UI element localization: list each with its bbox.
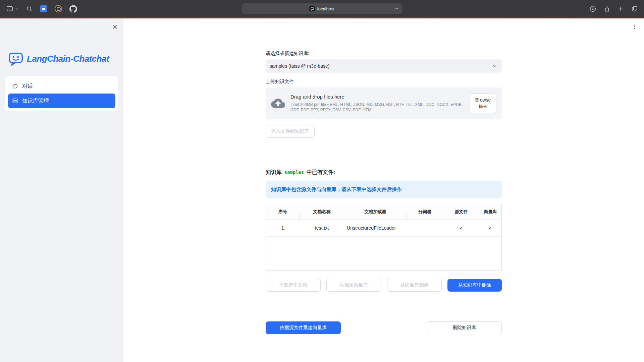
downloads-icon[interactable] — [589, 5, 596, 12]
content-column: 请选择或新建知识库: samples (faiss @ m3e-base) 上传… — [266, 18, 502, 334]
cell-source-check: ✓ — [443, 225, 479, 231]
nav-item-label: 对话 — [22, 83, 33, 90]
knowledge-base-stack-icon — [12, 98, 18, 104]
sidebar-toggle-button[interactable] — [6, 5, 19, 12]
page-options-ellipsis-icon[interactable] — [394, 6, 399, 11]
chat-bubble-icon — [12, 83, 18, 89]
column-header-index[interactable]: 序号 — [266, 209, 300, 215]
nav-item-kb-management[interactable]: 知识库管理 — [8, 94, 115, 108]
kb-global-actions: 依据源文件重建向量库 删除知识库 — [266, 321, 502, 334]
sidebar-nav: 对话 知识库管理 — [5, 76, 118, 111]
table-header-row: 序号 文档名称 文档加载器 分词器 源文件 向量库 — [266, 204, 501, 220]
cell-index: 1 — [266, 225, 300, 231]
column-header-source[interactable]: 源文件 — [443, 209, 479, 215]
tabs-overview-icon[interactable] — [631, 5, 638, 12]
extension-orange-icon[interactable] — [55, 5, 62, 12]
browse-files-button[interactable]: Browse files — [470, 94, 496, 113]
kb-heading-suffix: 中已有文件: — [305, 169, 335, 175]
nav-item-label: 知识库管理 — [22, 98, 49, 105]
kb-name-code: samples — [284, 170, 304, 175]
extension-blue-icon[interactable] — [40, 5, 47, 12]
delete-from-kb-button[interactable]: 从知识库中删除 — [447, 279, 502, 292]
cloud-upload-icon — [271, 96, 285, 110]
browser-toolbar: localhost — [0, 0, 644, 17]
table-actions: 下载选中文档 添加至向量库 从向量库删除 从知识库中删除 — [266, 279, 502, 292]
logo-text: LangChain-Chatchat — [27, 54, 109, 64]
sidebar-toggle-icon — [6, 5, 13, 12]
rebuild-vector-store-button[interactable]: 依据源文件重建向量库 — [266, 321, 341, 334]
app-page: LangChain-Chatchat 对话 知识库管理 请选择或新建知识库: — [0, 18, 644, 362]
upload-section-label: 上传知识文件 — [266, 79, 502, 85]
kb-selectbox[interactable]: samples (faiss @ m3e-base) — [266, 59, 502, 73]
share-icon[interactable] — [604, 5, 610, 12]
add-to-vector-store-button[interactable]: 添加至向量库 — [326, 279, 381, 292]
chevron-down-icon — [15, 7, 19, 11]
kb-heading-prefix: 知识库 — [266, 169, 283, 175]
logo-chat-bubble-icon — [8, 51, 23, 66]
download-selected-button[interactable]: 下载选中文档 — [266, 279, 321, 292]
info-alert: 知识库中包含源文件与向量库，请从下表中选择文件后操作 — [266, 181, 502, 198]
address-bar[interactable]: localhost — [242, 3, 402, 14]
remove-from-vector-button[interactable]: 从向量库删除 — [387, 279, 442, 292]
main-content: 请选择或新建知识库: samples (faiss @ m3e-base) 上传… — [123, 18, 644, 362]
files-table: 序号 文档名称 文档加载器 分词器 源文件 向量库 1 test.txt Uns… — [266, 204, 502, 271]
uploader-text: Drag and drop files here Limit 200MB per… — [290, 94, 464, 113]
cell-name: test.txt — [300, 225, 344, 231]
chevron-down-icon — [492, 63, 498, 69]
search-icon[interactable] — [26, 6, 33, 12]
sidebar: LangChain-Chatchat 对话 知识库管理 — [0, 18, 123, 362]
info-alert-text: 知识库中包含源文件与向量库，请从下表中选择文件后操作 — [271, 186, 402, 192]
divider — [266, 310, 502, 310]
add-files-to-kb-button[interactable]: 添加文件到知识库 — [266, 125, 315, 138]
github-icon[interactable] — [69, 5, 77, 13]
sidebar-close-icon[interactable] — [111, 23, 119, 31]
column-header-loader[interactable]: 文档加载器 — [344, 209, 407, 215]
url-text: localhost — [317, 6, 334, 11]
uploader-title: Drag and drop files here — [290, 94, 464, 100]
column-header-splitter[interactable]: 分词器 — [407, 209, 443, 215]
site-favicon — [310, 6, 315, 11]
column-header-vector[interactable]: 向量库 — [479, 209, 501, 215]
cell-vector-check: ✓ — [479, 225, 501, 231]
file-uploader-dropzone[interactable]: Drag and drop files here Limit 200MB per… — [266, 87, 502, 119]
nav-item-chat[interactable]: 对话 — [8, 79, 115, 94]
delete-kb-button[interactable]: 删除知识库 — [427, 321, 502, 334]
app-menu-icon[interactable] — [630, 22, 639, 31]
kb-select-label: 请选择或新建知识库: — [266, 51, 502, 57]
app-logo: LangChain-Chatchat — [8, 51, 123, 66]
new-tab-icon[interactable] — [618, 6, 624, 12]
kb-selectbox-value: samples (faiss @ m3e-base) — [270, 63, 329, 69]
divider — [266, 156, 502, 156]
cell-loader: UnstructuredFileLoader — [344, 225, 407, 231]
column-header-name[interactable]: 文档名称 — [300, 209, 344, 215]
table-row[interactable]: 1 test.txt UnstructuredFileLoader ✓ ✓ — [266, 220, 501, 237]
kb-files-heading: 知识库 samples 中已有文件: — [266, 169, 502, 176]
uploader-limit: Limit 200MB per file • EML, HTML, JSON, … — [290, 102, 464, 113]
